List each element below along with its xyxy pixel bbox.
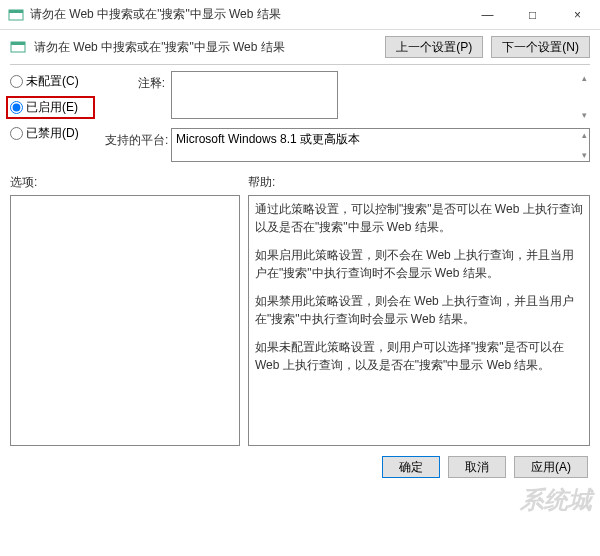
ok-button[interactable]: 确定 <box>382 456 440 478</box>
platform-row: 支持的平台: Microsoft Windows 8.1 或更高版本 ▴ ▾ <box>105 128 590 162</box>
radio-disabled-label: 已禁用(D) <box>26 125 79 142</box>
policy-header-icon <box>10 39 26 55</box>
help-paragraph: 如果启用此策略设置，则不会在 Web 上执行查询，并且当用户在"搜索"中执行查询… <box>255 246 583 282</box>
scroll-down-icon: ▾ <box>582 150 587 160</box>
scroll-down-icon: ▾ <box>582 110 587 120</box>
watermark: 系统城 <box>520 484 592 516</box>
comment-label: 注释: <box>105 71 165 92</box>
options-box <box>10 195 240 446</box>
window-title: 请勿在 Web 中搜索或在"搜索"中显示 Web 结果 <box>30 6 465 23</box>
policy-icon <box>8 7 24 23</box>
lower-panels: 选项: 帮助: 通过此策略设置，可以控制"搜索"是否可以在 Web 上执行查询以… <box>0 168 600 446</box>
header-row: 请勿在 Web 中搜索或在"搜索"中显示 Web 结果 上一个设置(P) 下一个… <box>0 30 600 64</box>
previous-setting-button[interactable]: 上一个设置(P) <box>385 36 483 58</box>
radio-disabled-input[interactable] <box>10 127 23 140</box>
help-paragraph: 如果禁用此策略设置，则会在 Web 上执行查询，并且当用户在"搜索"中执行查询时… <box>255 292 583 328</box>
radio-enabled-label: 已启用(E) <box>26 99 78 116</box>
comment-row: 注释: ▴ ▾ <box>105 71 590 122</box>
radio-not-configured-input[interactable] <box>10 75 23 88</box>
help-paragraph: 如果未配置此策略设置，则用户可以选择"搜索"是否可以在 Web 上执行查询，以及… <box>255 338 583 374</box>
scroll-up-icon: ▴ <box>582 130 587 140</box>
policy-title: 请勿在 Web 中搜索或在"搜索"中显示 Web 结果 <box>34 39 377 56</box>
cancel-button[interactable]: 取消 <box>448 456 506 478</box>
radio-disabled[interactable]: 已禁用(D) <box>10 125 95 142</box>
svg-rect-3 <box>11 42 25 45</box>
state-radios: 未配置(C) 已启用(E) 已禁用(D) <box>10 71 95 168</box>
platform-text: Microsoft Windows 8.1 或更高版本 <box>171 128 590 162</box>
radio-not-configured[interactable]: 未配置(C) <box>10 73 95 90</box>
radio-enabled-input[interactable] <box>10 101 23 114</box>
options-column: 选项: <box>10 174 240 446</box>
button-row: 确定 取消 应用(A) <box>0 446 600 488</box>
fields: 注释: ▴ ▾ 支持的平台: Microsoft Windows 8.1 或更高… <box>105 71 590 168</box>
help-paragraph: 通过此策略设置，可以控制"搜索"是否可以在 Web 上执行查询以及是否在"搜索"… <box>255 200 583 236</box>
comment-textarea[interactable] <box>171 71 338 119</box>
maximize-button[interactable]: □ <box>510 0 555 29</box>
window-buttons: — □ × <box>465 0 600 29</box>
close-button[interactable]: × <box>555 0 600 29</box>
titlebar: 请勿在 Web 中搜索或在"搜索"中显示 Web 结果 — □ × <box>0 0 600 30</box>
help-box[interactable]: 通过此策略设置，可以控制"搜索"是否可以在 Web 上执行查询以及是否在"搜索"… <box>248 195 590 446</box>
minimize-button[interactable]: — <box>465 0 510 29</box>
divider <box>10 64 590 65</box>
scroll-up-icon: ▴ <box>582 73 587 83</box>
help-label: 帮助: <box>248 174 590 191</box>
radio-enabled[interactable]: 已启用(E) <box>6 96 95 119</box>
config-area: 未配置(C) 已启用(E) 已禁用(D) 注释: ▴ ▾ 支持的平台: Micr… <box>0 71 600 168</box>
help-column: 帮助: 通过此策略设置，可以控制"搜索"是否可以在 Web 上执行查询以及是否在… <box>248 174 590 446</box>
platform-label: 支持的平台: <box>105 128 165 149</box>
radio-not-configured-label: 未配置(C) <box>26 73 79 90</box>
apply-button[interactable]: 应用(A) <box>514 456 588 478</box>
svg-rect-1 <box>9 10 23 13</box>
next-setting-button[interactable]: 下一个设置(N) <box>491 36 590 58</box>
options-label: 选项: <box>10 174 240 191</box>
